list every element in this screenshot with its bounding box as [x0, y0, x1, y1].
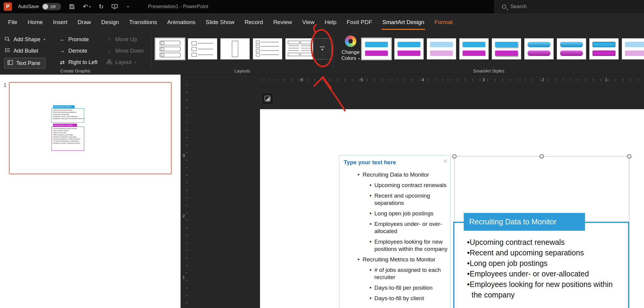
group-label-smartart-styles: SmartArt Styles: [333, 68, 644, 73]
thumbnail-line: Voluntary Separations (Trailing 12 Mos.): [53, 138, 84, 140]
promote-button[interactable]: Promote: [59, 34, 98, 45]
right-to-left-label: Right to Left: [68, 59, 98, 66]
layout-thumbnail-1[interactable]: [155, 38, 185, 60]
search-label: Search: [510, 4, 527, 10]
quick-access-more-icon[interactable]: ▾: [126, 5, 129, 9]
tab-animations[interactable]: Animations: [162, 13, 201, 31]
tab-draw[interactable]: Draw: [73, 13, 96, 31]
layout-label: Layout: [115, 59, 132, 66]
powerpoint-window: P AutoSave Off ↶▾ ↻ ▾ Presentation1 - Po…: [0, 0, 644, 308]
thumbnail-magenta-smartart: Recruiting Metrics to Monitor # of jobs …: [51, 124, 84, 151]
text-pane-item[interactable]: Long open job postings: [339, 210, 448, 217]
tab-help[interactable]: Help: [320, 13, 342, 31]
demote-icon: [59, 48, 66, 54]
ribbon: Add Shape ▾ Add Bullet Text Pane: [0, 31, 644, 75]
move-down-label: Move Down: [115, 48, 144, 54]
text-pane-item[interactable]: Recruiting Metrics to Monitor: [339, 256, 448, 263]
smartart-style-thumbnail-1[interactable]: [362, 38, 391, 60]
undo-dropdown-icon[interactable]: ▾: [89, 5, 91, 9]
text-pane-item[interactable]: Recent and upcoming separations: [339, 192, 448, 207]
change-colors-label-2: Colors: [341, 55, 356, 61]
layout-thumbnail-4[interactable]: [253, 38, 282, 60]
tab-smartart-design[interactable]: SmartArt Design: [377, 13, 429, 31]
smartart-style-thumbnail-5[interactable]: [492, 38, 521, 60]
thumbnail-line: Days-to-fill by client: [53, 132, 84, 134]
slide-thumbnail-panel: 1 Recruiting Data to Monitor Upcoming co…: [0, 75, 181, 308]
smartart-style-thumbnail-2[interactable]: [394, 38, 424, 60]
add-shape-dropdown-icon[interactable]: ▾: [44, 38, 45, 42]
search-bar[interactable]: Search: [494, 0, 644, 13]
text-pane-button[interactable]: Text Pane: [4, 58, 45, 69]
horizontal-ruler: 6 5 4 3 2 1: [253, 76, 644, 84]
move-up-button[interactable]: Move Up: [106, 34, 144, 45]
text-pane-item-text: Employees looking for new positions with…: [374, 238, 448, 253]
group-smartart-styles: Change Colors ▾ SmartArt Styles: [333, 31, 644, 75]
tab-format[interactable]: Format: [429, 13, 458, 31]
selection-handle-top-center[interactable]: [540, 154, 544, 159]
vertical-ruler: 3 2 1: [182, 85, 188, 308]
add-bullet-button[interactable]: Add Bullet: [4, 46, 45, 56]
tab-transitions[interactable]: Transitions: [124, 13, 162, 31]
vertical-ruler-number: 2: [182, 213, 185, 218]
text-pane-item[interactable]: Employees looking for new positions with…: [339, 238, 448, 253]
move-down-button[interactable]: Move Down: [106, 46, 144, 56]
text-pane-icon: [7, 60, 14, 67]
selection-handle-top-left[interactable]: [452, 154, 457, 159]
demote-button[interactable]: Demote: [59, 46, 98, 56]
powerpoint-app-icon[interactable]: P: [4, 2, 12, 11]
text-pane-item[interactable]: # of jobs assigned to each recruiter: [339, 266, 448, 281]
tab-view[interactable]: View: [297, 13, 320, 31]
smartart-style-thumbnail-7[interactable]: [557, 38, 586, 60]
more-chevron-icon: ▾: [321, 48, 324, 51]
autosave-toggle[interactable]: Off: [42, 3, 61, 10]
tab-slide-show[interactable]: Slide Show: [201, 13, 240, 31]
tab-foxit-pdf[interactable]: Foxit PDF: [342, 13, 377, 31]
autosave-label: AutoSave: [18, 4, 39, 9]
smartart-style-thumbnail-8[interactable]: [589, 38, 619, 60]
right-to-left-button[interactable]: Right to Left: [59, 57, 98, 67]
redo-icon[interactable]: ↻: [99, 3, 104, 10]
smartart-header-shape[interactable]: Recruiting Data to Monitor: [464, 213, 585, 231]
designer-button[interactable]: [262, 93, 274, 105]
smartart-style-thumbnail-6[interactable]: [524, 38, 554, 60]
add-shape-button[interactable]: Add Shape ▾: [4, 34, 45, 45]
right-to-left-icon: [59, 59, 66, 66]
vertical-ruler-number: 3: [182, 153, 185, 158]
tab-record[interactable]: Record: [240, 13, 268, 31]
thumbnail-line: Employees looking for new positions with…: [53, 118, 84, 120]
layout-thumbnail-3[interactable]: [220, 38, 250, 60]
tab-review[interactable]: Review: [268, 13, 297, 31]
close-icon[interactable]: ×: [443, 157, 447, 165]
text-pane-item-text: Days-to-fill by client: [374, 295, 424, 302]
layout-button[interactable]: Layout ▾: [106, 57, 144, 67]
text-pane-item[interactable]: Upcoming contract renewals: [339, 182, 448, 189]
text-pane-item[interactable]: Days-to-fill per position: [339, 284, 448, 291]
undo-icon[interactable]: ↶▾: [83, 3, 91, 10]
slide-1-thumbnail[interactable]: Recruiting Data to Monitor Upcoming cont…: [9, 82, 172, 174]
start-presentation-icon[interactable]: [111, 4, 118, 10]
text-pane-item[interactable]: Employees under- or over-allocated: [339, 220, 448, 235]
layouts-gallery-more-button[interactable]: ▾: [313, 38, 332, 60]
text-pane-item-text: Recent and upcoming separations: [374, 192, 448, 207]
tab-file[interactable]: File: [3, 13, 23, 31]
tab-design[interactable]: Design: [96, 13, 124, 31]
tab-home[interactable]: Home: [23, 13, 48, 31]
text-pane-list: Recruiting Data to Monitor Upcoming cont…: [339, 171, 448, 305]
text-pane-item[interactable]: Days-to-fill by client: [339, 295, 448, 302]
smartart-style-thumbnail-4[interactable]: [459, 38, 489, 60]
layout-thumbnail-5[interactable]: [285, 38, 315, 60]
change-colors-label-1: Change: [338, 49, 364, 55]
smartart-style-thumbnail-9[interactable]: [622, 38, 644, 60]
horizontal-ruler-number: 1: [605, 77, 607, 82]
smartart-style-thumbnail-3[interactable]: [427, 38, 456, 60]
change-colors-button[interactable]: Change Colors ▾: [338, 35, 364, 61]
save-icon[interactable]: [69, 4, 75, 10]
layout-thumbnail-2[interactable]: [188, 38, 217, 60]
designer-icon: [264, 95, 271, 102]
selection-handle-top-right[interactable]: [627, 154, 631, 159]
smartart-bullet-list[interactable]: Upcoming contract renewals Recent and up…: [467, 237, 618, 300]
text-pane-item[interactable]: Recruiting Data to Monitor: [339, 171, 448, 178]
tab-insert[interactable]: Insert: [48, 13, 73, 31]
text-pane-title: Type your text here: [344, 159, 396, 166]
thumbnail-line: Employee turnover / Employee diversity: [53, 142, 84, 144]
